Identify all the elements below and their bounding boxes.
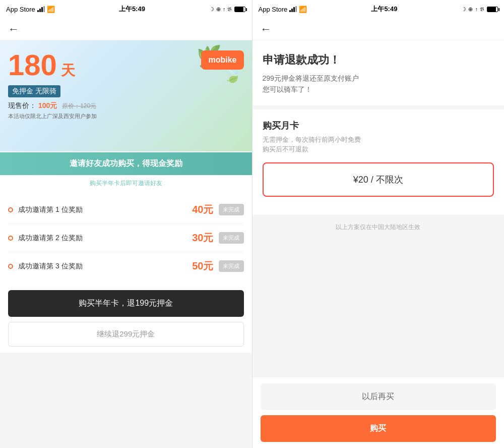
success-section: 申请退款成功！ 299元押金将退还至原支付账户 您可以骑车了！ [253, 40, 505, 105]
right-battery [487, 7, 498, 12]
left-screen-content: 180 天 免押金 无限骑 现售价： 100元 原价：120元 本活动仅限北上广… [0, 40, 252, 448]
invite-banner-text: 邀请好友成功购买，得现金奖励 [70, 159, 182, 167]
monthly-title: 购买月卡 [263, 120, 494, 132]
promo-days-unit: 天 [61, 63, 75, 78]
invite-banner: 邀请好友成功购买，得现金奖励 [0, 152, 252, 175]
current-price-label: 现售价： [8, 101, 36, 109]
later-button[interactable]: 以后再买 [261, 383, 496, 410]
price-option[interactable]: ¥20 / 不限次 [263, 162, 494, 197]
reward-text-2: 成功邀请第 2 位奖励 [18, 234, 178, 243]
right-nav-bar: ← [253, 18, 505, 40]
invite-sub-text: 购买半年卡后即可邀请好友 [0, 175, 252, 192]
right-carrier: App Store [259, 6, 288, 13]
reward-amount-2: 30元 [183, 231, 214, 245]
right-time: 上午5:49 [371, 5, 397, 14]
reward-item-3: 成功邀请第 3 位奖励 50元 未完成 [8, 252, 244, 280]
promo-badge: 免押金 无限骑 [8, 85, 60, 97]
continue-refund-button[interactable]: 继续退299元押金 [8, 322, 244, 347]
reward-item-2: 成功邀请第 2 位奖励 30元 未完成 [8, 224, 244, 252]
reward-amount-1: 40元 [183, 203, 214, 216]
left-arrow-icon: ↑ [223, 6, 226, 12]
reward-amount-3: 50元 [183, 259, 214, 273]
reward-status-2: 未完成 [219, 232, 244, 244]
right-location-icon: ⊕ [468, 6, 473, 13]
left-phone-screen: App Store 📶 上午5:49 ☽ ⊕ ↑ 𝔅 ← [0, 0, 253, 448]
promo-card: 180 天 免押金 无限骑 现售价： 100元 原价：120元 本活动仅限北上广… [0, 40, 252, 151]
left-moon-icon: ☽ [209, 6, 214, 13]
success-desc-line2: 您可以骑车了！ [263, 85, 312, 93]
buy-monthly-button[interactable]: 购买 [261, 415, 496, 442]
reward-dot-1 [8, 207, 13, 212]
reward-item-1: 成功邀请第 1 位奖励 40元 未完成 [8, 196, 244, 224]
left-status-right: ☽ ⊕ ↑ 𝔅 [209, 6, 246, 13]
right-bluetooth-icon: 𝔅 [480, 6, 484, 13]
promo-note: 本活动仅限北上广深及西安用户参加 [8, 113, 244, 120]
mobike-logo: mobike [201, 50, 243, 70]
left-nav-bar: ← [0, 18, 252, 40]
monthly-desc: 无需押金，每次骑行前两小时免费购买后不可退款 [263, 135, 494, 154]
right-status-bar: App Store 📶 上午5:49 ☽ ⊕ ↑ 𝔅 [253, 0, 505, 18]
left-status-bar: App Store 📶 上午5:49 ☽ ⊕ ↑ 𝔅 [0, 0, 252, 18]
reward-text-3: 成功邀请第 3 位奖励 [18, 262, 178, 271]
reward-list: 成功邀请第 1 位奖励 40元 未完成 成功邀请第 2 位奖励 30元 未完成 … [0, 192, 252, 284]
right-phone-screen: App Store 📶 上午5:49 ☽ ⊕ ↑ 𝔅 ← 申请退款成功！ [253, 0, 505, 448]
left-bluetooth-icon: 𝔅 [227, 6, 231, 13]
original-price: 原价：120元 [62, 102, 96, 109]
notice-text: 以上方案仅在中国大陆地区生效 [253, 215, 505, 240]
buy-half-year-button[interactable]: 购买半年卡，退199元押金 [8, 290, 244, 317]
reward-status-1: 未完成 [219, 204, 244, 215]
right-arrow-icon: ↑ [475, 6, 478, 12]
left-time: 上午5:49 [119, 5, 145, 14]
promo-price: 现售价： 100元 原价：120元 [8, 101, 244, 110]
monthly-section: 购买月卡 无需押金，每次骑行前两小时免费购买后不可退款 ¥20 / 不限次 [253, 109, 505, 215]
right-moon-icon: ☽ [461, 6, 466, 13]
promo-days: 180 [8, 48, 57, 81]
left-location-icon: ⊕ [216, 6, 221, 13]
current-price: 100元 [38, 101, 57, 109]
success-desc-1: 299元押金将退还至原支付账户 您可以骑车了！ [263, 73, 494, 95]
right-screen-content: 申请退款成功！ 299元押金将退还至原支付账户 您可以骑车了！ 购买月卡 无需押… [253, 40, 505, 377]
left-bottom-buttons: 购买半年卡，退199元押金 继续退299元押金 [0, 284, 252, 353]
reward-dot-3 [8, 264, 13, 269]
left-back-button[interactable]: ← [8, 23, 19, 36]
right-bottom-buttons: 以后再买 购买 [253, 377, 505, 448]
reward-status-3: 未完成 [219, 260, 244, 272]
left-signal [37, 6, 45, 12]
right-signal [289, 6, 297, 12]
left-carrier: App Store [6, 6, 35, 13]
left-battery [234, 7, 245, 12]
reward-text-1: 成功邀请第 1 位奖励 [18, 205, 178, 214]
reward-dot-2 [8, 236, 13, 241]
invite-sub-label: 购买半年卡后即可邀请好友 [90, 180, 162, 187]
success-desc-line1: 299元押金将退还至原支付账户 [263, 74, 359, 82]
left-wifi-icon: 📶 [47, 6, 55, 13]
right-back-button[interactable]: ← [261, 23, 272, 36]
right-status-right: ☽ ⊕ ↑ 𝔅 [461, 6, 498, 13]
right-wifi-icon: 📶 [299, 6, 307, 13]
success-title: 申请退款成功！ [263, 52, 494, 68]
